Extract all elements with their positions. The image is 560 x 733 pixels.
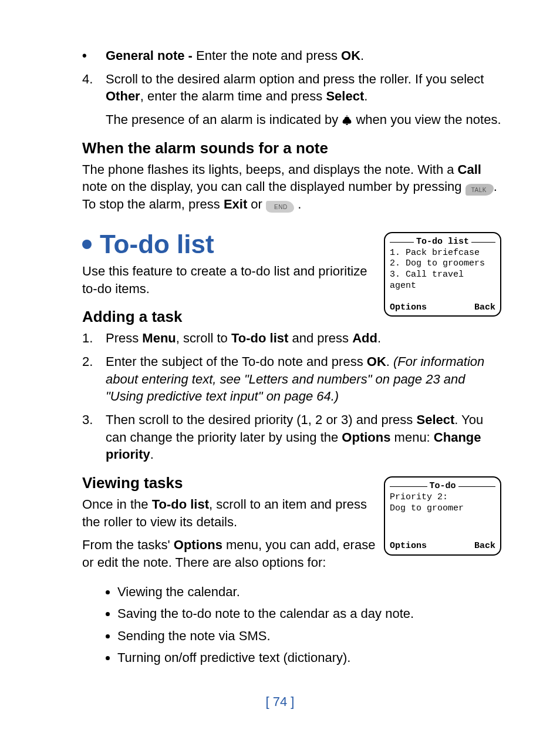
phone2-softkey-left: Options [390,541,427,552]
presence-a: The presence of an alarm is indicated by [106,112,342,127]
alarm-p1-e: . [294,197,301,211]
adding-s3-c: menu: [390,430,433,445]
ok-label-2: OK [367,354,386,369]
call-label: Call [458,162,481,177]
adding-s2-a: Enter the subject of the To-do note and … [106,354,367,369]
list-item: Turning on/off predictive text (dictiona… [117,647,501,668]
phone2-line-1: Priority 2: [390,492,495,503]
list-item: Viewing the calendar. [117,581,501,603]
end-key-icon [266,201,294,213]
adding-s1-b: , scroll to [176,331,231,345]
exit-label: Exit [224,197,247,211]
other-label: Other [106,89,140,103]
step-4-text-a: Scroll to the desired alarm option and p… [106,72,484,86]
step-4: 4. Scroll to the desired alarm option an… [82,70,501,105]
phone1-softkey-right: Back [474,302,495,314]
menu-label: Menu [142,331,176,345]
general-note-lead: General note - [106,48,196,63]
adding-step-3: 3. Then scroll to the desired priority (… [82,411,501,463]
adding-s3-a: Then scroll to the desired priority (1, … [106,412,416,427]
phone1-item-2: 2. Dog to groomers [390,258,495,270]
ok-label: OK [341,48,360,63]
list-item: Saving the to-do note to the calendar as… [117,603,501,624]
adding-s2-b: . [386,354,393,369]
viewing-options-list: Viewing the calendar. Saving the to-do n… [82,581,501,669]
bullet-marker: • [82,47,106,65]
presence-b: when you view the notes. [356,112,501,127]
adding-step-1: 1. Press Menu, scroll to To-do list and … [82,329,501,347]
adding-step-2-num: 2. [82,353,106,405]
adding-s1-c: and press [288,331,352,345]
options-label: Options [342,430,390,445]
todo-list-title-text: To-do list [100,230,214,259]
alarm-presence-note: The presence of an alarm is indicated by… [106,111,501,129]
general-note-tail: . [360,48,364,63]
phone-screen-todo-list: To-do list 1. Pack briefcase 2. Dog to g… [384,232,501,317]
phone1-item-1: 1. Pack briefcase [390,248,495,259]
alarm-sounds-heading: When the alarm sounds for a note [82,139,501,157]
select-label: Select [326,89,364,103]
phone-screen-todo-detail: To-do Priority 2: Dog to groomer Options… [384,476,501,556]
options-label-2: Options [174,537,222,552]
talk-key-icon [465,184,494,196]
phone2-title: To-do [430,481,456,492]
todo-list-label: To-do list [231,331,288,345]
section-bullet-icon [82,240,92,249]
step-4-number: 4. [82,70,106,105]
viewing-p1-a: Once in the [82,497,152,512]
add-label: Add [352,331,377,345]
list-item: Sending the note via SMS. [117,625,501,647]
adding-step-3-num: 3. [82,411,106,463]
phone1-softkey-left: Options [390,302,427,314]
alarm-p1-a: The phone flashes its lights, beeps, and… [82,162,458,177]
select-label-2: Select [416,412,454,427]
alarm-bell-icon [342,115,352,126]
general-note-bullet: • General note - Enter the note and pres… [82,47,501,65]
alarm-p1-b: note on the display, you can call the di… [82,179,465,194]
viewing-p2-a: From the tasks' [82,537,174,552]
adding-step-2: 2. Enter the subject of the To-do note a… [82,353,501,405]
adding-s1-d: . [377,331,381,345]
step-4-text-b: , enter the alarm time and press [140,89,326,103]
phone1-item-3: 3. Call travel agent [390,270,495,292]
phone2-line-2: Dog to groomer [390,503,495,515]
step-4-text-c: . [364,89,367,103]
alarm-p1-d: or [247,197,266,211]
page-number: [ 74 ] [0,694,560,710]
todo-list-label-2: To-do list [152,497,209,512]
general-note-text: Enter the note and press [196,48,341,63]
adding-s1-a: Press [106,331,142,345]
adding-s3-d: . [150,447,154,462]
phone1-title: To-do list [416,237,469,248]
adding-step-1-num: 1. [82,329,106,347]
todo-list-section-title: To-do list [82,230,377,259]
phone2-softkey-right: Back [474,541,495,552]
alarm-sounds-paragraph: The phone flashes its lights, beeps, and… [82,161,501,213]
